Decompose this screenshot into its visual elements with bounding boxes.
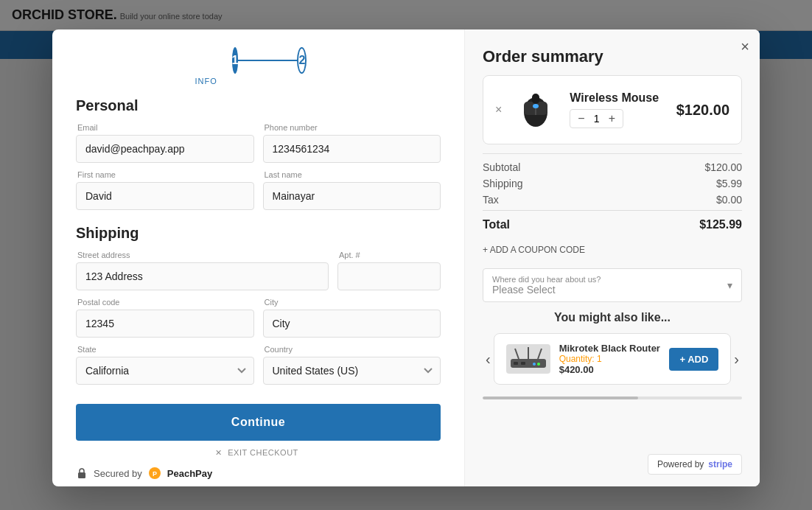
- first-name-label: First name: [76, 170, 254, 179]
- city-field: City: [263, 298, 441, 338]
- checkout-modal: × 1 2 INFO Personal: [52, 29, 760, 486]
- close-button[interactable]: ×: [741, 38, 749, 55]
- step-2-circle: 2: [297, 47, 307, 74]
- svg-point-14: [533, 363, 536, 366]
- product-info: Wireless Mouse − 1 +: [570, 91, 664, 128]
- svg-text:P: P: [153, 470, 157, 478]
- phone-label: Phone number: [263, 123, 441, 132]
- also-like-title: You might also like...: [483, 311, 742, 324]
- postal-field: Postal code: [76, 298, 254, 338]
- phone-input[interactable]: [263, 135, 441, 163]
- total-label: Total: [483, 218, 510, 231]
- powered-by-label: Powered by: [657, 459, 704, 469]
- shipping-line: Shipping $5.99: [483, 178, 742, 189]
- quantity-increase-button[interactable]: +: [609, 113, 615, 125]
- subtotal-line: Subtotal $120.00: [483, 161, 742, 173]
- stepper-wrapper: 1 2 INFO: [76, 47, 441, 85]
- svg-rect-7: [532, 94, 539, 104]
- shipping-row-2: Postal code City: [76, 298, 441, 338]
- product-remove-button[interactable]: ×: [495, 103, 502, 116]
- svg-point-6: [533, 104, 539, 108]
- last-name-label: Last name: [263, 170, 441, 179]
- exit-label: EXIT CHECKOUT: [228, 448, 298, 457]
- tax-value: $0.00: [716, 194, 742, 206]
- coupon-link[interactable]: + ADD A COUPON CODE: [483, 240, 742, 259]
- city-input[interactable]: [263, 310, 441, 338]
- rec-product-image: [506, 344, 550, 374]
- phone-field: Phone number: [263, 123, 441, 163]
- personal-section-title: Personal: [76, 97, 441, 114]
- street-label: Street address: [76, 251, 329, 259]
- carousel-scrollbar-thumb: [483, 397, 638, 399]
- street-input[interactable]: [76, 262, 329, 290]
- shipping-row-1: Street address Apt. #: [76, 251, 441, 290]
- rec-product-qty: Quantity: 1: [559, 354, 661, 364]
- postal-input[interactable]: [76, 310, 254, 338]
- subtotal-value: $120.00: [704, 161, 742, 173]
- product-image: [514, 88, 558, 132]
- quantity-value: 1: [591, 113, 603, 125]
- carousel-next-button[interactable]: ›: [731, 351, 742, 368]
- exit-checkout[interactable]: ✕ EXIT CHECKOUT: [76, 448, 441, 458]
- subtotal-label: Subtotal: [483, 161, 520, 173]
- tax-line: Tax $0.00: [483, 194, 742, 206]
- product-name: Wireless Mouse: [570, 91, 664, 105]
- chevron-down-icon: ▾: [727, 279, 732, 291]
- svg-rect-10: [521, 362, 525, 365]
- summary-lines: Subtotal $120.00 Shipping $5.99 Tax $0.0…: [483, 153, 742, 231]
- personal-row-1: Email Phone number: [76, 123, 441, 163]
- peachpay-label: PeachPay: [167, 468, 212, 479]
- quantity-decrease-button[interactable]: −: [578, 113, 584, 125]
- country-field: Country United States (US) Canada United…: [263, 345, 441, 385]
- exit-icon: ✕: [215, 448, 223, 457]
- svg-line-11: [515, 349, 519, 359]
- rec-product-info: Mikrotek Black Router Quantity: 1 $420.0…: [559, 343, 661, 375]
- svg-rect-9: [514, 362, 518, 365]
- svg-point-15: [537, 363, 540, 366]
- email-field: Email: [76, 123, 254, 163]
- product-price: $120.00: [676, 102, 729, 119]
- step-line: [238, 60, 297, 61]
- step-1-circle: 1: [232, 47, 239, 74]
- country-select[interactable]: United States (US) Canada United Kingdom: [263, 357, 441, 385]
- svg-line-13: [538, 349, 542, 359]
- right-panel: Order summary ×: [465, 29, 760, 486]
- country-label: Country: [263, 345, 441, 354]
- state-select[interactable]: California New York Texas: [76, 357, 254, 385]
- quantity-control: − 1 +: [570, 109, 623, 128]
- apt-field: Apt. #: [337, 251, 441, 290]
- shipping-row-3: State California New York Texas Country …: [76, 345, 441, 385]
- stripe-label: stripe: [708, 459, 732, 469]
- first-name-input[interactable]: [76, 182, 254, 210]
- left-panel: 1 2 INFO Personal Email: [52, 29, 465, 486]
- mouse-image: [517, 90, 554, 130]
- secured-label: Secured by: [94, 468, 142, 479]
- add-to-cart-button[interactable]: + ADD: [669, 348, 718, 371]
- apt-input[interactable]: [337, 262, 441, 290]
- email-input[interactable]: [76, 135, 254, 163]
- carousel-prev-button[interactable]: ‹: [483, 351, 494, 368]
- total-line: Total $125.99: [483, 210, 742, 231]
- shipping-value: $5.99: [716, 178, 742, 189]
- shipping-section-title: Shipping: [76, 225, 441, 242]
- rec-product-name: Mikrotek Black Router: [559, 343, 661, 354]
- router-svg: [508, 346, 549, 372]
- first-name-field: First name: [76, 170, 254, 210]
- recommended-product: Mikrotek Black Router Quantity: 1 $420.0…: [494, 333, 732, 385]
- continue-button[interactable]: Continue: [76, 404, 441, 441]
- stepper-row: 1 2: [232, 47, 285, 74]
- tax-label: Tax: [483, 194, 499, 206]
- last-name-input[interactable]: [263, 182, 441, 210]
- postal-label: Postal code: [76, 298, 254, 307]
- right-footer: Powered by stripe: [483, 454, 742, 475]
- total-value: $125.99: [699, 218, 742, 231]
- last-name-field: Last name: [263, 170, 441, 210]
- personal-row-2: First name Last name: [76, 170, 441, 210]
- street-field: Street address: [76, 251, 329, 290]
- email-label: Email: [76, 123, 254, 132]
- left-footer: Secured by P PeachPay: [76, 458, 441, 480]
- lock-icon: [76, 467, 88, 479]
- hear-about-us-select[interactable]: Where did you hear about us? Please Sele…: [483, 268, 742, 302]
- rec-product-price: $420.00: [559, 364, 661, 375]
- apt-label: Apt. #: [337, 251, 441, 259]
